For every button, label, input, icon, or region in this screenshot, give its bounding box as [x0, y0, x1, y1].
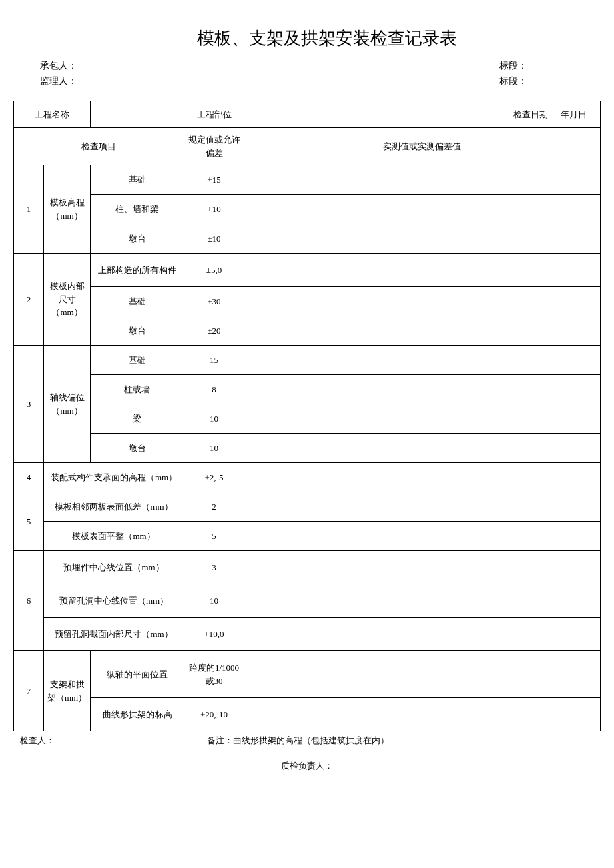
row-item: 基础: [91, 165, 184, 195]
row-spec: 10: [184, 434, 244, 463]
project-name-label: 工程名称: [14, 101, 91, 128]
row-measured: [244, 165, 601, 195]
row-measured: [244, 463, 601, 492]
row-measured: [244, 195, 601, 224]
supervisor-label: 监理人：: [40, 75, 77, 87]
row-measured: [244, 375, 601, 404]
table-row: 柱或墙 8: [14, 375, 601, 404]
row-measured: [244, 224, 601, 254]
row-measured: [244, 551, 601, 584]
remark: 备注：曲线形拱架的高程（包括建筑拱度在内）: [200, 735, 601, 747]
row-spec: +15: [184, 165, 244, 195]
qc-label: 质检负责人：: [13, 760, 601, 772]
check-item-header: 检查项目: [14, 128, 184, 165]
row-spec: ±5,0: [184, 254, 244, 287]
row-measured: [244, 522, 601, 551]
table-row: 检查项目 规定值或允许偏差 实测值或实测偏差值: [14, 128, 601, 165]
row-spec: 10: [184, 584, 244, 618]
row-spec: 15: [184, 346, 244, 375]
inspector-label: 检查人：: [13, 735, 200, 747]
table-row: 3 轴线偏位（mm） 基础 15: [14, 346, 601, 375]
row-spec: 10: [184, 404, 244, 434]
table-row: 工程名称 工程部位 检查日期 年月日: [14, 101, 601, 128]
table-row: 7 支架和拱架（mm） 纵轴的平面位置 跨度的1/1000 或30: [14, 651, 601, 698]
row-item: 预留孔洞中心线位置（mm）: [44, 584, 184, 618]
row-measured: [244, 698, 601, 731]
row-spec: ±10: [184, 224, 244, 254]
row-spec: 3: [184, 551, 244, 584]
row-item: 墩台: [91, 434, 184, 463]
row-spec: 5: [184, 522, 244, 551]
row-item: 柱或墙: [91, 375, 184, 404]
row-measured: [244, 254, 601, 287]
row-item: 模板相邻两板表面低差（mm）: [44, 492, 184, 522]
row-item: 预留孔洞截面内部尺寸（mm）: [44, 618, 184, 651]
table-row: 梁 10: [14, 404, 601, 434]
row-num: 5: [14, 492, 44, 551]
row-item: 预埋件中心线位置（mm）: [44, 551, 184, 584]
row-spec: +10,0: [184, 618, 244, 651]
table-row: 曲线形拱架的标高 +20,-10: [14, 698, 601, 731]
footer-row: 检查人： 备注：曲线形拱架的高程（包括建筑拱度在内）: [13, 735, 601, 747]
table-row: 柱、墙和梁 +10: [14, 195, 601, 224]
project-part-label: 工程部位: [184, 101, 244, 128]
row-num: 4: [14, 463, 44, 492]
table-row: 模板表面平整（mm） 5: [14, 522, 601, 551]
row-spec: 跨度的1/1000 或30: [184, 651, 244, 698]
row-item: 柱、墙和梁: [91, 195, 184, 224]
row-item: 墩台: [91, 316, 184, 346]
table-row: 墩台 10: [14, 434, 601, 463]
header-row-1: 承包人： 标段：: [13, 60, 601, 72]
row-spec: 2: [184, 492, 244, 522]
row-num: 6: [14, 551, 44, 651]
row-measured: [244, 316, 601, 346]
row-measured: [244, 404, 601, 434]
spec-header: 规定值或允许偏差: [184, 128, 244, 165]
row-num: 7: [14, 651, 44, 731]
row-measured: [244, 584, 601, 618]
row-item: 装配式构件支承面的高程（mm）: [44, 463, 184, 492]
section-label-2: 标段：: [499, 75, 527, 87]
row-category: 支架和拱架（mm）: [44, 651, 91, 731]
page-title: 模板、支架及拱架安装检查记录表: [53, 27, 601, 50]
table-row: 2 模板内部尺寸（mm） 上部构造的所有构件 ±5,0: [14, 254, 601, 287]
table-row: 预留孔洞截面内部尺寸（mm） +10,0: [14, 618, 601, 651]
row-num: 1: [14, 165, 44, 254]
row-item: 基础: [91, 346, 184, 375]
table-container: 工程名称 工程部位 检查日期 年月日 检查项目 规定值或允许偏差 实测值或实测偏…: [13, 101, 601, 731]
row-num: 2: [14, 254, 44, 346]
row-item: 纵轴的平面位置: [91, 651, 184, 698]
row-spec: +10: [184, 195, 244, 224]
project-name-value: [91, 101, 184, 128]
table-row: 墩台 ±10: [14, 224, 601, 254]
row-measured: [244, 346, 601, 375]
row-item: 墩台: [91, 224, 184, 254]
check-date-cell: 检查日期 年月日: [244, 101, 601, 128]
row-measured: [244, 618, 601, 651]
row-spec: ±30: [184, 287, 244, 316]
row-category: 轴线偏位（mm）: [44, 346, 91, 463]
row-item: 上部构造的所有构件: [91, 254, 184, 287]
table-row: 4 装配式构件支承面的高程（mm） +2,-5: [14, 463, 601, 492]
header-row-2: 监理人： 标段：: [13, 75, 601, 87]
contractor-label: 承包人：: [40, 60, 77, 72]
row-spec: +2,-5: [184, 463, 244, 492]
row-spec: +20,-10: [184, 698, 244, 731]
inspection-table: 工程名称 工程部位 检查日期 年月日 检查项目 规定值或允许偏差 实测值或实测偏…: [13, 101, 601, 731]
row-spec: 8: [184, 375, 244, 404]
row-item: 模板表面平整（mm）: [44, 522, 184, 551]
row-spec: ±20: [184, 316, 244, 346]
row-measured: [244, 434, 601, 463]
row-measured: [244, 492, 601, 522]
measured-header: 实测值或实测偏差值: [244, 128, 601, 165]
table-row: 1 模板高程（mm） 基础 +15: [14, 165, 601, 195]
table-row: 墩台 ±20: [14, 316, 601, 346]
row-num: 3: [14, 346, 44, 463]
table-row: 5 模板相邻两板表面低差（mm） 2: [14, 492, 601, 522]
row-measured: [244, 651, 601, 698]
section-label-1: 标段：: [499, 60, 527, 72]
row-category: 模板高程（mm）: [44, 165, 91, 254]
table-row: 基础 ±30: [14, 287, 601, 316]
row-item: 曲线形拱架的标高: [91, 698, 184, 731]
table-row: 预留孔洞中心线位置（mm） 10: [14, 584, 601, 618]
